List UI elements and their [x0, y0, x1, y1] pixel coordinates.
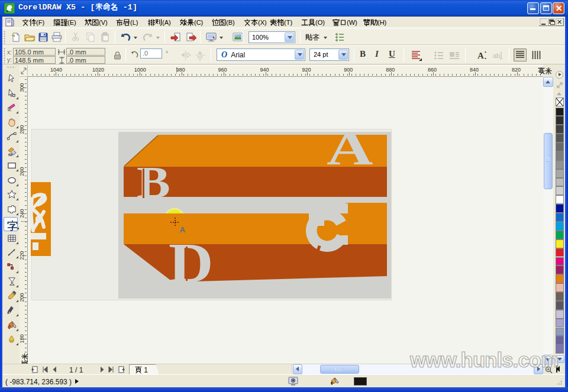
svg-text:ab: ab [493, 52, 500, 59]
svg-text:A: A [327, 122, 373, 175]
svg-text:A: A [477, 51, 484, 60]
svg-text:A: A [180, 226, 185, 234]
svg-text:B: B [137, 157, 170, 207]
svg-text:D: D [169, 232, 213, 294]
